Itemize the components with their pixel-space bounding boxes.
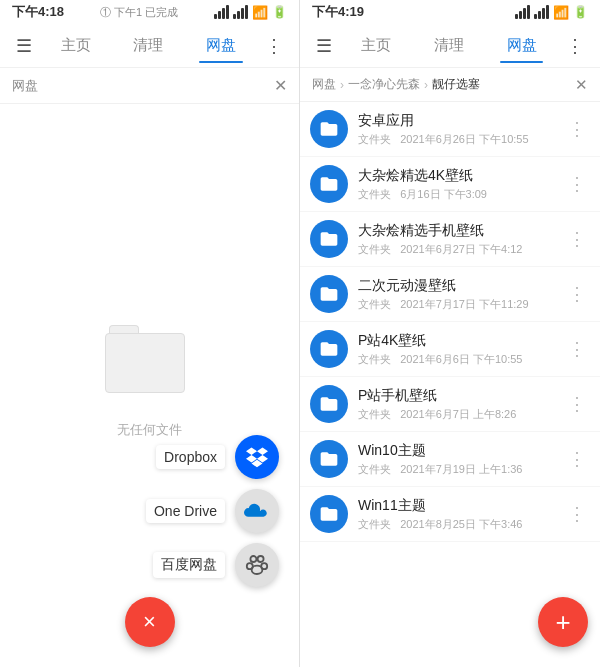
folder-icon [310, 495, 348, 533]
folder-svg [319, 119, 339, 139]
right-nav-clean[interactable]: 清理 [413, 28, 486, 63]
fab-add-button[interactable]: + [538, 597, 588, 647]
right-breadcrumb-close[interactable]: ✕ [575, 76, 588, 94]
folder-svg [319, 284, 339, 304]
right-status-icons: 📶 🔋 [515, 5, 588, 20]
right-nav-home[interactable]: 主页 [340, 28, 413, 63]
dropbox-label: Dropbox [156, 445, 225, 469]
right-nav-cloud[interactable]: 网盘 [485, 28, 558, 63]
right-nav-more[interactable]: ⋮ [558, 31, 592, 61]
right-panel: 下午4:19 📶 🔋 ☰ 主页 清理 网盘 ⋮ 网盘 › [300, 0, 600, 667]
left-nav-home[interactable]: 主页 [40, 28, 112, 63]
left-nav-bar: ☰ 主页 清理 网盘 ⋮ [0, 24, 299, 68]
dropbox-button[interactable] [235, 435, 279, 479]
folder-icon [310, 220, 348, 258]
wifi-icon: 📶 [252, 5, 268, 20]
baidu-service-item[interactable]: 百度网盘 [153, 543, 279, 587]
file-more-icon[interactable]: ⋮ [564, 279, 590, 309]
right-time: 下午4:19 [312, 3, 364, 21]
file-item[interactable]: P站手机壁纸 文件夹 2021年6月7日 上午8:26 ⋮ [300, 377, 600, 432]
left-breadcrumb-close[interactable]: ✕ [274, 76, 287, 95]
left-subtitle: ① 下午1 已完成 [100, 5, 178, 20]
left-menu-icon[interactable]: ☰ [8, 31, 40, 61]
file-more-icon[interactable]: ⋮ [564, 334, 590, 364]
file-more-icon[interactable]: ⋮ [564, 499, 590, 529]
file-item[interactable]: 大杂烩精选手机壁纸 文件夹 2021年6月27日 下午4:12 ⋮ [300, 212, 600, 267]
breadcrumb-level1[interactable]: 一念净心先森 [348, 76, 420, 93]
file-name: 安卓应用 [358, 112, 564, 130]
file-more-icon[interactable]: ⋮ [564, 444, 590, 474]
dropbox-service-item[interactable]: Dropbox [156, 435, 279, 479]
file-more-icon[interactable]: ⋮ [564, 114, 590, 144]
left-time: 下午4:18 [12, 3, 64, 21]
file-meta: 文件夹 2021年8月25日 下午3:46 [358, 517, 564, 532]
baidu-button[interactable] [235, 543, 279, 587]
file-info: 二次元动漫壁纸 文件夹 2021年7月17日 下午11:29 [358, 277, 564, 312]
right-nav-bar: ☰ 主页 清理 网盘 ⋮ [300, 24, 600, 68]
file-info: 大杂烩精选4K壁纸 文件夹 6月16日 下午3:09 [358, 167, 564, 202]
right-signal2-icon [534, 5, 549, 19]
left-nav-cloud[interactable]: 网盘 [185, 28, 257, 63]
file-item[interactable]: 二次元动漫壁纸 文件夹 2021年7月17日 下午11:29 ⋮ [300, 267, 600, 322]
file-list: 安卓应用 文件夹 2021年6月26日 下午10:55 ⋮ 大杂烩精选4K壁纸 … [300, 102, 600, 667]
baidu-icon [245, 553, 269, 577]
file-item[interactable]: Win10主题 文件夹 2021年7月19日 上午1:36 ⋮ [300, 432, 600, 487]
folder-icon [310, 385, 348, 423]
fab-close-button[interactable]: × [125, 597, 175, 647]
file-meta: 文件夹 2021年6月6日 下午10:55 [358, 352, 564, 367]
file-item[interactable]: P站4K壁纸 文件夹 2021年6月6日 下午10:55 ⋮ [300, 322, 600, 377]
file-info: P站4K壁纸 文件夹 2021年6月6日 下午10:55 [358, 332, 564, 367]
breadcrumb-sep1: › [340, 78, 344, 92]
breadcrumb-sep2: › [424, 78, 428, 92]
file-name: P站4K壁纸 [358, 332, 564, 350]
folder-icon [310, 275, 348, 313]
breadcrumb-root[interactable]: 网盘 [312, 76, 336, 93]
signal2-icon [233, 5, 248, 19]
left-breadcrumb-text: 网盘 [12, 77, 38, 95]
dropbox-icon [246, 446, 268, 468]
right-breadcrumb: 网盘 › 一念净心先森 › 靓仔选塞 ✕ [300, 68, 600, 102]
file-meta: 文件夹 2021年6月27日 下午4:12 [358, 242, 564, 257]
file-name: 二次元动漫壁纸 [358, 277, 564, 295]
folder-svg [319, 449, 339, 469]
folder-svg [319, 229, 339, 249]
file-meta: 文件夹 6月16日 下午3:09 [358, 187, 564, 202]
left-nav-clean[interactable]: 清理 [112, 28, 184, 63]
file-item[interactable]: 安卓应用 文件夹 2021年6月26日 下午10:55 ⋮ [300, 102, 600, 157]
onedrive-service-item[interactable]: One Drive [146, 489, 279, 533]
cloud-services-list: Dropbox One Drive 百度网盘 [146, 435, 279, 587]
right-signal-icon [515, 5, 530, 19]
svg-point-0 [250, 556, 256, 562]
file-meta: 文件夹 2021年7月17日 下午11:29 [358, 297, 564, 312]
file-info: Win11主题 文件夹 2021年8月25日 下午3:46 [358, 497, 564, 532]
file-more-icon[interactable]: ⋮ [564, 169, 590, 199]
file-meta: 文件夹 2021年6月7日 上午8:26 [358, 407, 564, 422]
file-info: 大杂烩精选手机壁纸 文件夹 2021年6月27日 下午4:12 [358, 222, 564, 257]
onedrive-button[interactable] [235, 489, 279, 533]
file-name: P站手机壁纸 [358, 387, 564, 405]
file-more-icon[interactable]: ⋮ [564, 224, 590, 254]
left-empty-area: 无任何文件 Dropbox One Drive [0, 104, 299, 667]
file-meta: 文件夹 2021年6月26日 下午10:55 [358, 132, 564, 147]
breadcrumb-level2[interactable]: 靓仔选塞 [432, 76, 480, 93]
file-more-icon[interactable]: ⋮ [564, 389, 590, 419]
right-wifi-icon: 📶 [553, 5, 569, 20]
svg-point-4 [252, 566, 263, 574]
file-info: P站手机壁纸 文件夹 2021年6月7日 上午8:26 [358, 387, 564, 422]
left-nav-more[interactable]: ⋮ [257, 31, 291, 61]
folder-svg [319, 174, 339, 194]
right-status-bar: 下午4:19 📶 🔋 [300, 0, 600, 24]
file-name: Win11主题 [358, 497, 564, 515]
left-status-icons: 📶 🔋 [214, 5, 287, 20]
file-name: 大杂烩精选手机壁纸 [358, 222, 564, 240]
battery-icon: 🔋 [272, 5, 287, 19]
onedrive-label: One Drive [146, 499, 225, 523]
folder-svg [319, 504, 339, 524]
right-menu-icon[interactable]: ☰ [308, 31, 340, 61]
file-info: 安卓应用 文件夹 2021年6月26日 下午10:55 [358, 112, 564, 147]
folder-icon [310, 165, 348, 203]
file-item[interactable]: 大杂烩精选4K壁纸 文件夹 6月16日 下午3:09 ⋮ [300, 157, 600, 212]
file-name: 大杂烩精选4K壁纸 [358, 167, 564, 185]
file-item[interactable]: Win11主题 文件夹 2021年8月25日 下午3:46 ⋮ [300, 487, 600, 542]
left-panel: 下午4:18 ① 下午1 已完成 📶 🔋 ☰ 主页 清理 网盘 ⋮ [0, 0, 300, 667]
